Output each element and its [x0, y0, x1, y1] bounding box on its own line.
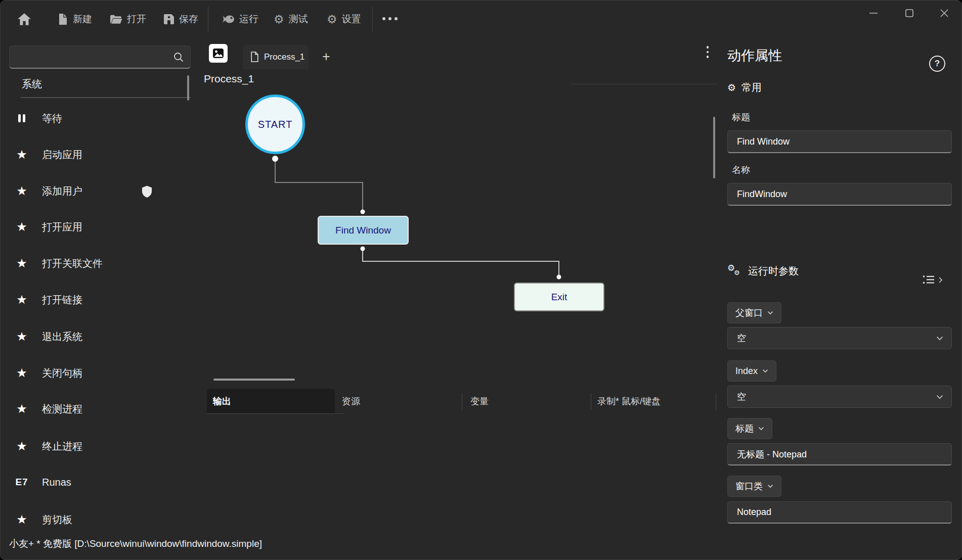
chevron-right-icon — [938, 276, 943, 284]
test-button[interactable]: ⚙ 测试 — [274, 8, 308, 30]
properties-panel: 动作属性 ? ⚙ 常用 标题 名称 ⚙ ⚙ 运行时参数 父窗口 空 — [718, 37, 962, 559]
maximize-icon — [904, 8, 915, 19]
new-button[interactable]: 新建 — [57, 8, 92, 30]
chevron-down-icon — [936, 336, 943, 341]
more-options-button[interactable] — [382, 17, 398, 20]
param-window-class-button[interactable]: 窗口类 — [727, 476, 781, 497]
pause-icon — [14, 113, 30, 124]
tab-variables[interactable]: 变量 — [470, 389, 489, 414]
chevron-down-icon — [767, 484, 773, 488]
sidebar-item-detect-process[interactable]: ★ 检测进程 — [1, 391, 203, 427]
sidebar-item-open-assoc-file[interactable]: ★ 打开关联文件 — [1, 245, 203, 282]
test-button-label: 测试 — [289, 13, 308, 26]
star-icon: ★ — [14, 331, 30, 343]
save-button-label: 保存 — [179, 13, 198, 26]
star-icon: ★ — [14, 257, 30, 269]
app-window: 新建 打开 保存 运行 ⚙ 测试 ⚙ 设置 — [0, 0, 962, 560]
test-gear-icon: ⚙ — [274, 14, 284, 25]
star-icon: ★ — [14, 440, 30, 452]
minimize-icon — [868, 8, 879, 19]
home-icon — [17, 12, 32, 26]
sidebar-item-launch-app[interactable]: ★ 启动应用 — [1, 136, 203, 173]
open-folder-icon — [110, 14, 122, 25]
gear-icon: ⚙ — [727, 83, 736, 92]
chevron-down-icon — [762, 369, 768, 373]
sidebar-item-exit-system[interactable]: ★ 退出系统 — [1, 318, 203, 355]
param-index-select[interactable]: 空 — [727, 386, 952, 408]
chevron-down-icon — [758, 427, 764, 431]
node-start[interactable]: START — [245, 95, 305, 154]
close-button[interactable] — [933, 4, 956, 23]
sidebar-item-clipboard[interactable]: ★ 剪切板 — [1, 501, 203, 538]
save-button[interactable]: 保存 — [163, 8, 198, 30]
home-button[interactable] — [17, 8, 32, 30]
maximize-button[interactable] — [898, 4, 921, 23]
action-sidebar: 系统 等待 ★ 启动应用 ★ 添加用户 ★ 打开应用 ★ 打开关联文件 — [1, 37, 203, 559]
tab-separator — [716, 393, 716, 410]
tab-output[interactable]: 输出 — [213, 389, 231, 414]
param-index-button[interactable]: Index — [727, 360, 776, 382]
sidebar-item-open-link[interactable]: ★ 打开链接 — [1, 282, 203, 318]
runas-icon: E7 — [14, 477, 30, 488]
search-input[interactable] — [17, 46, 168, 68]
star-icon: ★ — [14, 403, 30, 415]
star-icon: ★ — [14, 221, 30, 233]
list-icon — [923, 275, 935, 285]
open-button[interactable]: 打开 — [110, 8, 146, 30]
properties-scrollbar[interactable] — [713, 117, 715, 178]
settings-gear-icon: ⚙ — [327, 14, 337, 25]
star-icon: ★ — [14, 294, 30, 306]
tab-resources[interactable]: 资源 — [342, 389, 360, 414]
name-field-label: 名称 — [732, 164, 750, 176]
chevron-down-icon — [936, 395, 943, 399]
settings-button[interactable]: ⚙ 设置 — [327, 8, 361, 30]
sidebar-scrollbar[interactable] — [187, 75, 189, 101]
param-title-button[interactable]: 标题 — [727, 418, 772, 439]
run-fish-icon — [221, 14, 235, 25]
param-title-input[interactable] — [727, 443, 952, 465]
sidebar-item-close-handle[interactable]: ★ 关闭句柄 — [1, 355, 203, 391]
panel-drag-handle[interactable] — [213, 379, 295, 381]
sidebar-item-runas[interactable]: E7 Runas — [1, 464, 203, 500]
star-icon: ★ — [14, 149, 30, 161]
settings-button-label: 设置 — [342, 13, 361, 26]
tab-record[interactable]: 录制* 鼠标/键盘 — [597, 389, 661, 414]
open-button-label: 打开 — [127, 13, 146, 26]
double-gear-icon: ⚙ ⚙ — [727, 264, 742, 278]
node-exit[interactable]: Exit — [514, 283, 604, 311]
group-divider — [21, 97, 191, 98]
chevron-down-icon — [767, 311, 773, 315]
param-window-class-input[interactable] — [727, 501, 952, 524]
panel-title: 动作属性 — [727, 46, 782, 65]
param-parent-window-select[interactable]: 空 — [727, 327, 952, 349]
section-common: ⚙ 常用 — [727, 81, 762, 95]
name-field-input[interactable] — [727, 183, 952, 206]
star-icon: ★ — [14, 185, 30, 197]
title-field-label: 标题 — [732, 111, 750, 123]
node-find-window[interactable]: Find Window — [318, 216, 409, 245]
title-field-input[interactable] — [727, 130, 952, 153]
search-box — [9, 45, 191, 69]
toolbar-separator — [372, 7, 373, 32]
param-list-button[interactable] — [923, 275, 943, 285]
minimize-button[interactable] — [862, 4, 885, 23]
star-icon: ★ — [14, 514, 30, 526]
section-common-label: 常用 — [741, 81, 762, 95]
shield-icon — [141, 185, 153, 200]
sidebar-group-title: 系统 — [22, 77, 42, 91]
titlebar: 新建 打开 保存 运行 ⚙ 测试 ⚙ 设置 — [1, 1, 961, 37]
sidebar-item-kill-process[interactable]: ★ 终止进程 — [1, 428, 203, 464]
tab-separator — [462, 393, 462, 410]
sidebar-item-open-app[interactable]: ★ 打开应用 — [1, 209, 203, 245]
run-button[interactable]: 运行 — [221, 8, 258, 30]
section-runtime-label: 运行时参数 — [748, 264, 799, 278]
sidebar-item-wait[interactable]: 等待 — [1, 100, 203, 136]
run-button-label: 运行 — [239, 13, 258, 26]
sidebar-item-add-user[interactable]: ★ 添加用户 — [1, 173, 203, 209]
param-parent-window-button[interactable]: 父窗口 — [727, 302, 781, 323]
flow-connectors — [203, 37, 718, 376]
help-button[interactable]: ? — [929, 56, 945, 72]
flow-canvas[interactable]: Process_1 + Process_1 START Find Window … — [203, 37, 718, 560]
star-icon: ★ — [14, 367, 30, 379]
tab-separator — [591, 393, 591, 410]
